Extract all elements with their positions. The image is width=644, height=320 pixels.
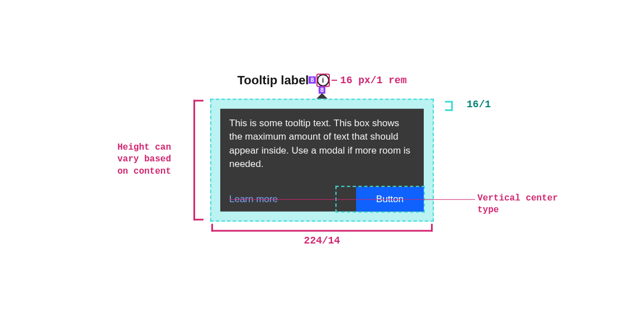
width-annotation: 224/14 [211, 235, 433, 246]
spacer-badge-h: 8 [309, 77, 315, 84]
padding-annotation: 16/1 [467, 98, 491, 109]
tooltip-label-row: Tooltip label 8 i 16 px/1 rem [210, 73, 434, 87]
height-bracket [193, 99, 203, 221]
width-bracket [211, 224, 433, 232]
padding-bracket [445, 101, 453, 111]
icon-size-annotation: 16 px/1 rem [340, 74, 407, 85]
info-icon: i [317, 74, 329, 86]
tooltip-label: Tooltip label [238, 73, 309, 87]
leader-line [332, 79, 337, 80]
tooltip-panel: This is some tooltip text. This box show… [220, 108, 424, 212]
tooltip-caret [316, 93, 328, 98]
centerline [229, 199, 475, 200]
centerline-annotation: Vertical center type [477, 193, 567, 216]
tooltip-panel-outline: Height can vary based on content 16/1 Th… [210, 98, 434, 222]
height-annotation: Height can vary based on content [117, 142, 184, 178]
tooltip-footer: Learn more Button Vertical center type [220, 187, 424, 212]
tooltip-body: This is some tooltip text. This box show… [229, 116, 415, 171]
tooltip-spec-diagram: Tooltip label 8 i 16 px/1 rem 8 Height c… [210, 98, 434, 222]
